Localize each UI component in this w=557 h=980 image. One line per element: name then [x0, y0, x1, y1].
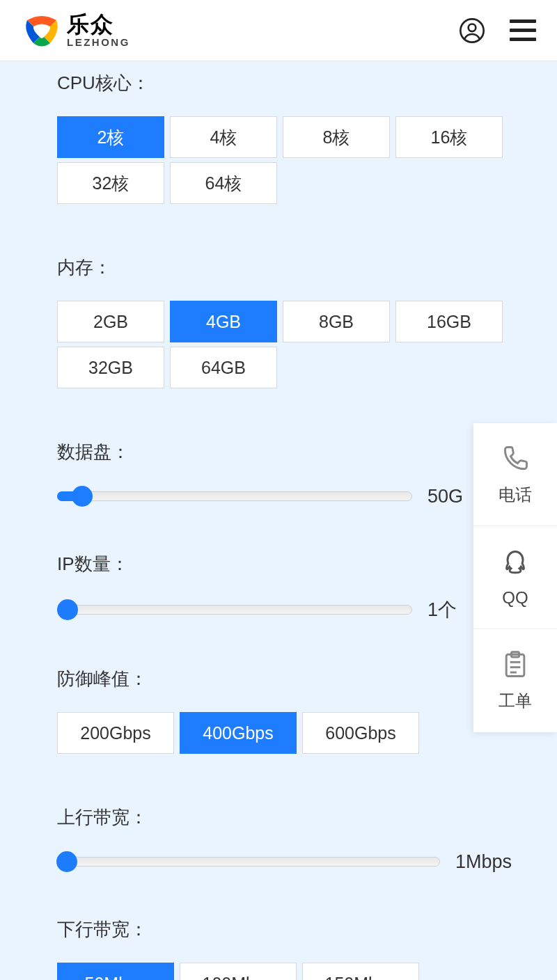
contact-float: 电话 QQ 工单: [473, 423, 557, 732]
defense-options: 200Gbps 400Gbps 600Gbps: [57, 712, 503, 754]
phone-icon: [500, 443, 531, 474]
logo-icon: [21, 10, 63, 52]
cpu-option[interactable]: 16核: [395, 116, 503, 158]
memory-option[interactable]: 16GB: [395, 301, 503, 342]
defense-option[interactable]: 200Gbps: [57, 712, 174, 754]
memory-option[interactable]: 4GB: [170, 301, 277, 342]
contact-phone-label: 电话: [499, 484, 532, 506]
contact-qq[interactable]: QQ: [473, 526, 557, 629]
logo-text: 乐众 LEZHONG: [67, 13, 130, 47]
defense-option[interactable]: 400Gbps: [180, 712, 297, 754]
down-section: 下行带宽： 50Mbps 100Mbps 150Mbps: [0, 917, 557, 980]
memory-option[interactable]: 8GB: [283, 301, 390, 342]
brand-name-cn: 乐众: [67, 13, 130, 35]
contact-phone[interactable]: 电话: [473, 423, 557, 526]
menu-icon[interactable]: [510, 19, 536, 41]
memory-options: 2GB 4GB 8GB 16GB 32GB 64GB: [57, 301, 503, 388]
up-value: 1Mbps: [455, 851, 512, 873]
brand-logo[interactable]: 乐众 LEZHONG: [21, 10, 130, 52]
brand-name-en: LEZHONG: [67, 37, 130, 47]
defense-option[interactable]: 600Gbps: [302, 712, 419, 754]
memory-option[interactable]: 2GB: [57, 301, 164, 342]
up-slider[interactable]: [57, 851, 440, 873]
contact-ticket-label: 工单: [499, 690, 532, 712]
cpu-option[interactable]: 4核: [170, 116, 277, 158]
down-option[interactable]: 150Mbps: [302, 963, 419, 980]
down-option[interactable]: 100Mbps: [180, 963, 297, 980]
qq-icon: [500, 548, 531, 578]
contact-ticket[interactable]: 工单: [473, 629, 557, 732]
down-options: 50Mbps 100Mbps 150Mbps: [57, 963, 503, 980]
cpu-label: CPU核心：: [57, 71, 557, 95]
memory-label: 内存：: [57, 255, 557, 280]
clipboard-icon: [500, 649, 531, 680]
cpu-options: 2核 4核 8核 16核 32核 64核: [57, 116, 503, 204]
svg-point-1: [469, 24, 476, 31]
disk-value: 50G: [427, 486, 469, 507]
user-icon[interactable]: [458, 17, 486, 45]
memory-option[interactable]: 32GB: [57, 347, 164, 388]
app-header: 乐众 LEZHONG: [0, 0, 557, 61]
cpu-option[interactable]: 2核: [57, 116, 164, 158]
down-label: 下行带宽：: [57, 917, 557, 942]
disk-slider[interactable]: [57, 485, 412, 507]
memory-section: 内存： 2GB 4GB 8GB 16GB 32GB 64GB: [0, 255, 557, 388]
up-label: 上行带宽：: [57, 805, 557, 830]
ip-value: 1个: [427, 597, 469, 622]
memory-option[interactable]: 64GB: [170, 347, 277, 388]
cpu-option[interactable]: 32核: [57, 162, 164, 204]
cpu-section: CPU核心： 2核 4核 8核 16核 32核 64核: [0, 65, 557, 204]
cpu-option[interactable]: 8核: [283, 116, 390, 158]
contact-qq-label: QQ: [502, 588, 528, 608]
cpu-option[interactable]: 64核: [170, 162, 277, 204]
down-option[interactable]: 50Mbps: [57, 963, 174, 980]
up-section: 上行带宽： 1Mbps: [0, 805, 557, 873]
ip-slider[interactable]: [57, 599, 412, 621]
